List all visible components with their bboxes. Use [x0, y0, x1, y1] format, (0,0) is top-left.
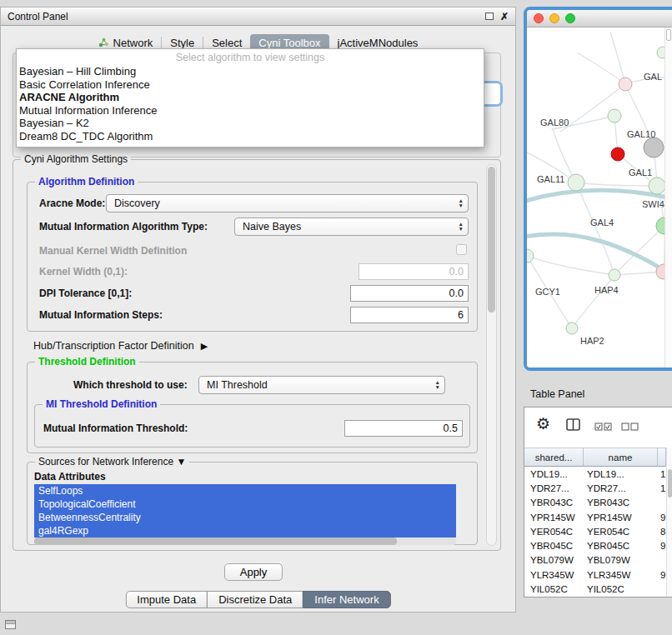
- node-label: GAL4: [590, 218, 614, 228]
- list-item-topologicalcoefficient[interactable]: TopologicalCoefficient: [34, 498, 456, 511]
- table-row[interactable]: YBL079W YBL079W: [524, 553, 666, 568]
- table-toolbar: ⚙: [524, 408, 672, 448]
- table-row[interactable]: YBR045C YBR045C 9.: [524, 538, 666, 552]
- tab-label: Cyni Toolbox: [258, 37, 320, 49]
- mi-steps-field[interactable]: [350, 307, 469, 323]
- mi-algorithm-type-label: Mutual Information Algorithm Type:: [39, 221, 208, 232]
- list-item-selfloops[interactable]: SelfLoops: [34, 484, 456, 498]
- manual-kernel-checkbox[interactable]: [456, 244, 467, 255]
- column-header-clipped[interactable]: [658, 448, 666, 467]
- control-panel-window: Control Panel ✗ Network Style Select Cyn…: [0, 7, 516, 612]
- node-label: GCY1: [535, 287, 560, 297]
- scrollbar-thumb[interactable]: [488, 167, 495, 312]
- columns-icon[interactable]: [566, 418, 580, 431]
- tab-impute-data[interactable]: Impute Data: [125, 591, 208, 608]
- node-gal10-red[interactable]: [611, 148, 624, 161]
- node-label: GAL1: [629, 168, 652, 178]
- aracne-mode-select[interactable]: Discovery ▲▼: [106, 194, 469, 212]
- mi-threshold-label: Mutual Information Threshold:: [43, 422, 188, 434]
- cell-shared-name: YBR045C: [524, 541, 584, 551]
- cell-shared-name: YIL052C: [524, 584, 584, 594]
- node[interactable]: [527, 249, 534, 262]
- tab-discretize-data[interactable]: Discretize Data: [207, 591, 303, 608]
- list-horizontal-scrollbar[interactable]: [34, 538, 456, 545]
- network-window-titlebar[interactable]: [527, 10, 672, 28]
- dropdown-option-bayesian-k2[interactable]: Bayesian – K2: [17, 117, 484, 130]
- scrollbar-thumb[interactable]: [34, 538, 397, 545]
- float-window-icon[interactable]: [485, 12, 494, 20]
- mi-threshold-definition-group: MI Threshold Definition Mutual Informati…: [34, 404, 470, 448]
- apply-button[interactable]: Apply: [224, 563, 283, 581]
- list-item-betweennesscentrality[interactable]: BetweennessCentrality: [34, 511, 456, 524]
- dropdown-placeholder: Select algorithm to view settings: [17, 51, 484, 65]
- table-row[interactable]: YLR345W YLR345W 9.: [524, 568, 666, 582]
- cell-name: YDL19...: [584, 469, 658, 479]
- traffic-zoom-icon[interactable]: [565, 13, 575, 23]
- minimized-panel-icon[interactable]: [5, 620, 16, 629]
- control-panel-titlebar[interactable]: Control Panel ✗: [1, 8, 515, 26]
- dropdown-option-mutual-information[interactable]: Mutual Information Inference: [17, 104, 484, 118]
- which-threshold-label: Which threshold to use:: [73, 379, 188, 391]
- kernel-width-field[interactable]: [359, 263, 469, 280]
- network-graph[interactable]: GAL GAL80 GAL10 GAL11 GAL1 SWI4 GAL4 GCY…: [527, 28, 670, 371]
- gear-icon[interactable]: ⚙: [536, 414, 550, 433]
- data-attributes-list: SelfLoops TopologicalCoefficient Between…: [34, 484, 456, 538]
- table-row[interactable]: YER054C YER054C 8.: [524, 524, 666, 538]
- cell-name: YBL079W: [584, 555, 658, 565]
- algorithm-definition-group: Algorithm Definition Aracne Mode: Discov…: [27, 182, 478, 332]
- node[interactable]: [566, 322, 578, 334]
- cell-shared-name: YER054C: [524, 527, 584, 537]
- cell-name: YDR27...: [584, 483, 658, 493]
- node[interactable]: [608, 109, 621, 122]
- traffic-close-icon[interactable]: [534, 13, 544, 23]
- dropdown-option-aracne[interactable]: ARACNE Algorithm: [17, 91, 484, 104]
- table-row[interactable]: YDR27... YDR27... 12: [524, 481, 666, 495]
- node-label: SWI4: [642, 199, 664, 209]
- node[interactable]: [619, 78, 632, 91]
- node-label: HAP4: [594, 285, 619, 295]
- mi-threshold-field[interactable]: [344, 420, 463, 437]
- hub-transcription-factor-section[interactable]: Hub/Transcription Factor Definition ▶: [33, 340, 208, 352]
- checked-pair-icon[interactable]: [594, 422, 612, 431]
- expand-arrow-icon[interactable]: ▶: [201, 341, 208, 352]
- kernel-width-label: Kernel Width (0,1):: [39, 266, 128, 278]
- collapse-arrow-icon[interactable]: ▼: [176, 456, 186, 468]
- close-icon[interactable]: ✗: [500, 12, 509, 22]
- list-item-gal4rgexp[interactable]: gal4RGexp: [34, 524, 456, 538]
- node-gray[interactable]: [644, 138, 664, 158]
- which-threshold-select[interactable]: MI Threshold ▲▼: [198, 376, 445, 394]
- node[interactable]: [609, 269, 620, 281]
- network-scrollbar[interactable]: [664, 28, 672, 368]
- node[interactable]: [649, 178, 665, 194]
- column-header-name[interactable]: name: [584, 448, 658, 467]
- cell-name: YER054C: [584, 527, 658, 537]
- cell-shared-name: YPR145W: [524, 512, 584, 522]
- threshold-definition-title: Threshold Definition: [35, 356, 139, 368]
- scrollbar-thumb[interactable]: [666, 29, 671, 41]
- table-row[interactable]: YIL052C YIL052C: [524, 582, 666, 596]
- table-row[interactable]: YDL19... YDL19... 13: [524, 467, 666, 481]
- network-view-window: GAL GAL80 GAL10 GAL11 GAL1 SWI4 GAL4 GCY…: [524, 7, 672, 371]
- unchecked-pair-icon[interactable]: [621, 422, 639, 431]
- cell-name: YBR045C: [584, 541, 658, 551]
- tab-infer-network[interactable]: Infer Network: [303, 591, 390, 608]
- dpi-tolerance-field[interactable]: [350, 285, 469, 302]
- combo-value: Naive Bayes: [243, 221, 301, 232]
- table-row[interactable]: YPR145W YPR145W 9.: [524, 510, 666, 524]
- tab-label: Select: [212, 37, 242, 49]
- traffic-minimize-icon[interactable]: [549, 13, 559, 23]
- table-row[interactable]: YBR043C YBR043C: [524, 496, 666, 510]
- node[interactable]: [568, 174, 584, 191]
- mi-algorithm-type-select[interactable]: Naive Bayes ▲▼: [234, 218, 469, 236]
- scrollbar-thumb[interactable]: [668, 469, 672, 498]
- combo-stepper-icon: ▲▼: [459, 222, 464, 232]
- network-canvas[interactable]: GAL GAL80 GAL10 GAL11 GAL1 SWI4 GAL4 GCY…: [527, 28, 672, 368]
- dropdown-option-dream8[interactable]: Dream8 DC_TDC Algorithm: [17, 130, 484, 143]
- settings-scrollbar[interactable]: [486, 164, 497, 546]
- node-labels: GAL GAL80 GAL10 GAL11 GAL1 SWI4 GAL4 GCY…: [535, 72, 664, 346]
- table-panel-title: Table Panel: [530, 388, 584, 400]
- dropdown-option-basic-correlation[interactable]: Basic Correlation Inference: [17, 78, 484, 92]
- column-header-shared-name[interactable]: shared...: [524, 448, 584, 467]
- table-scrollbar[interactable]: [666, 448, 672, 597]
- dropdown-option-bayesian-hill-climbing[interactable]: Bayesian – Hill Climbing: [17, 65, 484, 78]
